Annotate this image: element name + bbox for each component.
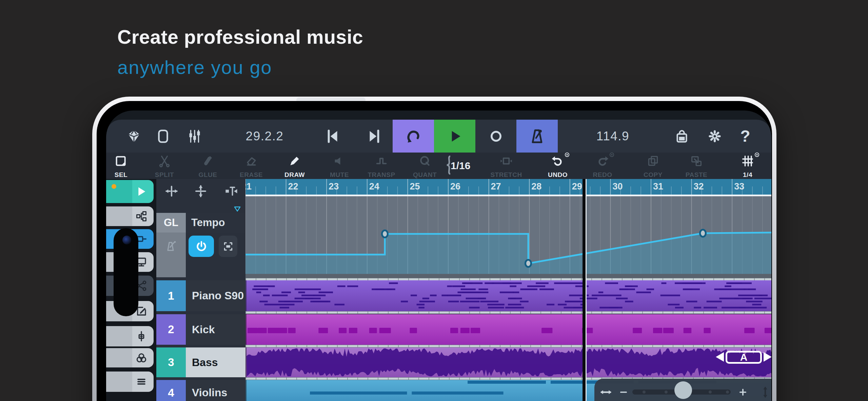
svg-text:32: 32 [694,181,704,192]
timeline-split-divider[interactable] [583,179,587,401]
tool-paste[interactable]: PASTE [676,154,717,178]
track-header-tools [156,179,245,204]
svg-text:30: 30 [612,181,623,192]
hsplit-icon[interactable] [164,184,179,198]
cycle-button[interactable] [393,120,434,153]
roundsq-icon[interactable] [153,120,173,153]
track-name: Violins [186,380,245,401]
tempo-frame-button[interactable] [219,236,237,257]
region-kick[interactable] [245,314,771,345]
h-zoom-arrows-icon[interactable] [599,385,613,399]
app-screen: 29.2.2 114.9 ? 1/16 SELSPLITGLUEERASEDRA… [106,111,771,401]
collapse-triangle-icon[interactable] [233,205,242,214]
tempo-tool-icon[interactable] [161,236,181,257]
vsplit-icon[interactable] [194,184,208,198]
svg-text:33: 33 [734,181,744,192]
help-icon[interactable]: ? [735,120,755,153]
play-button[interactable] [434,120,475,153]
zoom-slider-dot [709,390,712,394]
tool-sel[interactable]: SEL [106,154,141,178]
zoom-slider-dot [665,390,668,394]
zoom-slider-knob[interactable] [674,381,692,399]
arranger-marker[interactable]: A [726,351,762,364]
sidebar-play-button[interactable] [106,180,154,203]
global-lane-badge: GL [156,213,186,233]
tool-draw[interactable]: DRAW [274,154,315,178]
tool-redo[interactable]: REDO [582,154,623,178]
tool-quant[interactable]: QUANT [405,154,445,178]
tool-grid[interactable]: 1/4 [727,154,768,178]
marker-right-arrow-icon[interactable] [764,352,771,362]
skip-forward-button[interactable] [363,120,385,153]
tool-label: ERASE [240,172,263,178]
track-header-kick[interactable]: 2Kick [156,314,245,345]
position-display[interactable]: 29.2.2 [235,120,294,153]
record-button[interactable] [485,120,507,153]
tool-label: 1/4 [743,172,752,178]
tempo-lane-label[interactable]: Tempo [186,213,245,233]
svg-text:22: 22 [288,181,298,192]
gear-icon[interactable] [705,120,725,153]
zoom-in-button[interactable] [738,387,748,397]
svg-text:24: 24 [369,181,379,192]
quantize-value[interactable]: 1/16 [451,153,470,179]
marketing-screenshot: Create professional music anywhere you g… [0,0,868,401]
tool-split[interactable]: SPLIT [144,154,185,178]
sel-icon [114,154,128,168]
svg-text:31: 31 [653,181,663,192]
tool-undo[interactable]: UNDO [537,154,578,178]
track-number: 4 [156,380,186,401]
v-zoom-arrows-icon[interactable] [758,385,771,399]
svg-text:25: 25 [410,181,420,192]
svg-text:23: 23 [329,181,339,192]
tool-copy[interactable]: COPY [633,154,673,178]
tool-transp[interactable]: TRANSP [361,154,402,178]
region-bass[interactable] [245,347,771,377]
diamond-icon[interactable] [124,120,144,153]
erase-icon [244,154,258,168]
track-name: Kick [186,314,245,345]
track-header-violins[interactable]: 4Violins [156,380,245,401]
svg-text:27: 27 [491,181,501,192]
mixer-icon[interactable] [184,120,205,153]
bar-ruler[interactable]: 21222324252627282930313233 [245,179,771,195]
split-icon [158,154,171,168]
bag-icon[interactable] [672,120,692,153]
tool-label: COPY [644,172,663,178]
track-header-panel: GL Tempo 1Piano S902Kick3Bass4Violins [156,179,245,401]
left-sidebar [106,179,156,401]
sidebar-menu-button[interactable] [106,372,154,392]
tool-mute[interactable]: MUTE [319,154,360,178]
zoom-slider-dot [643,390,646,394]
tool-stretch[interactable]: STRETCH [486,154,527,178]
sidebar-fader-button[interactable] [106,326,154,346]
inserttrack-icon[interactable] [224,184,238,198]
track-header-bass[interactable]: 3Bass [156,347,245,377]
zoom-out-button[interactable] [619,387,628,397]
tool-glue[interactable]: GLUE [188,154,228,178]
tempo-automation-lane[interactable] [245,196,771,274]
transport-toolbar: 29.2.2 114.9 ? [106,120,771,153]
tool-label: STRETCH [490,172,522,178]
undo-icon [551,154,565,168]
hero-title: Create professional music [117,26,363,48]
tool-label: UNDO [548,172,568,178]
tool-erase[interactable]: ERASE [231,154,272,178]
tool-label: DRAW [284,172,305,178]
tempo-display[interactable]: 114.9 [583,120,643,153]
sidebar-blend-button[interactable] [106,348,154,367]
marker-left-arrow-icon[interactable] [716,352,724,362]
tempo-power-button[interactable] [189,236,214,257]
zoom-control-panel [594,379,771,401]
skip-back-button[interactable] [322,120,343,153]
tool-label: SEL [115,172,127,178]
sidebar-routing-button[interactable] [106,206,154,226]
track-name: Bass [186,347,245,377]
zoom-slider-dot [726,390,729,394]
tool-label: TRANSP [368,172,395,178]
grid-icon [741,154,754,168]
track-header-piano-s90[interactable]: 1Piano S90 [156,280,245,311]
svg-text:26: 26 [450,181,460,192]
region-piano-s90[interactable] [245,280,771,311]
metronome-button[interactable] [516,120,558,153]
